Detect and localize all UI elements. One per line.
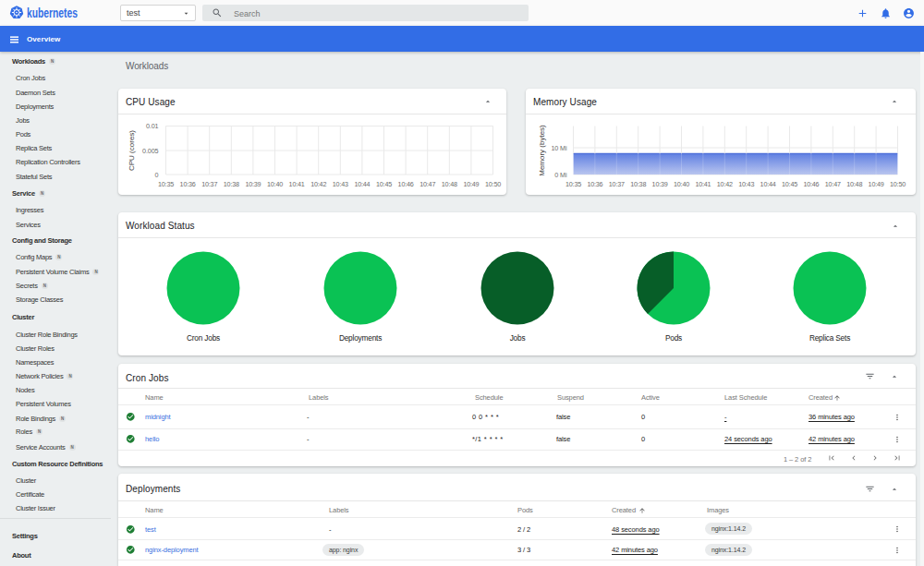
svg-text:10:39: 10:39: [245, 180, 261, 188]
svg-text:10:43: 10:43: [738, 180, 754, 188]
svg-text:10:36: 10:36: [180, 180, 196, 188]
svg-text:10:46: 10:46: [398, 180, 414, 188]
svg-text:0.01: 0.01: [146, 122, 159, 130]
svg-text:10:42: 10:42: [717, 180, 733, 188]
svg-text:0.005: 0.005: [142, 147, 159, 155]
svg-text:10:37: 10:37: [201, 180, 217, 188]
svg-text:10:42: 10:42: [310, 180, 326, 188]
svg-text:10:45: 10:45: [376, 180, 392, 188]
svg-text:10:47: 10:47: [825, 180, 841, 188]
svg-text:10:48: 10:48: [846, 180, 862, 188]
svg-text:0 Mi: 0 Mi: [554, 171, 567, 179]
svg-text:10:39: 10:39: [652, 180, 668, 188]
svg-text:10 Mi: 10 Mi: [551, 144, 567, 152]
svg-text:Pods: Pods: [665, 333, 682, 343]
svg-text:10:41: 10:41: [289, 180, 305, 188]
svg-text:10:50: 10:50: [890, 180, 906, 188]
svg-text:10:38: 10:38: [224, 180, 239, 188]
svg-text:Memory (bytes): Memory (bytes): [538, 125, 546, 176]
svg-text:10:41: 10:41: [695, 180, 711, 188]
svg-text:0: 0: [155, 171, 159, 179]
svg-text:10:47: 10:47: [419, 180, 435, 188]
svg-text:10:44: 10:44: [760, 180, 776, 188]
svg-text:10:37: 10:37: [609, 180, 625, 188]
svg-text:CPU (cores): CPU (cores): [128, 130, 136, 171]
svg-text:Jobs: Jobs: [510, 333, 526, 343]
svg-text:Deployments: Deployments: [339, 333, 382, 343]
svg-text:10:50: 10:50: [485, 180, 501, 188]
svg-text:10:35: 10:35: [158, 180, 174, 188]
svg-text:10:40: 10:40: [674, 180, 689, 188]
svg-text:10:45: 10:45: [782, 180, 797, 188]
svg-text:10:49: 10:49: [463, 180, 479, 188]
svg-text:Cron Jobs: Cron Jobs: [187, 333, 220, 343]
svg-text:10:48: 10:48: [442, 180, 457, 188]
svg-text:kubernetes: kubernetes: [27, 5, 78, 20]
svg-text:Replica Sets: Replica Sets: [809, 333, 850, 343]
svg-text:10:40: 10:40: [267, 180, 283, 188]
svg-text:10:46: 10:46: [803, 180, 819, 188]
svg-text:10:35: 10:35: [565, 180, 581, 188]
svg-text:10:44: 10:44: [354, 180, 370, 188]
svg-text:10:36: 10:36: [587, 180, 602, 188]
svg-text:10:38: 10:38: [630, 180, 646, 188]
svg-text:10:43: 10:43: [333, 180, 348, 188]
svg-text:10:49: 10:49: [869, 180, 884, 188]
